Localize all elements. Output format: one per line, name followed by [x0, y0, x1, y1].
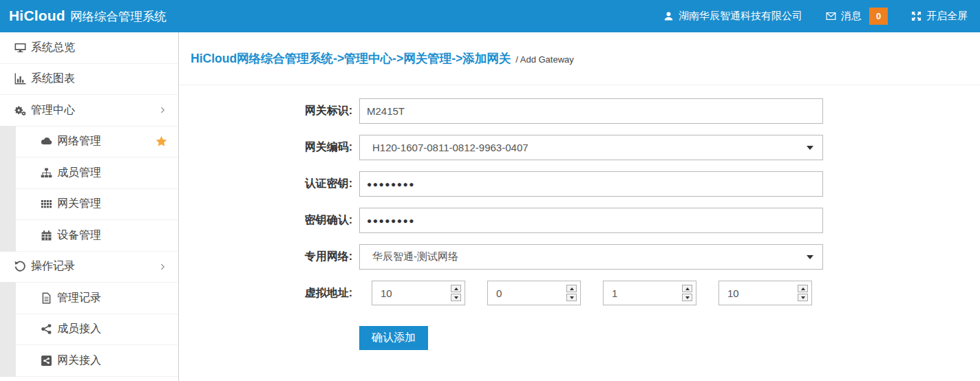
sidebar: 系统总览 系统图表 管理中心 网络管理 成员管理 网关管理 设备管理	[0, 32, 179, 381]
number-spinner	[798, 285, 808, 301]
company-name: 湖南华辰智通科技有限公司	[679, 10, 802, 23]
share-square-icon	[41, 355, 52, 367]
fullscreen-label: 开启全屏	[926, 10, 968, 23]
calendar-icon	[41, 230, 52, 241]
form-row-virtual-address: 虚拟地址: 10 0	[179, 281, 980, 305]
sidebar-item-gateway-access[interactable]: 网关接入	[0, 345, 178, 377]
number-spinner	[566, 285, 577, 301]
sidebar-item-label: 网关管理	[57, 197, 101, 211]
gateway-code-select[interactable]: H120-1607-0811-0812-9963-0407	[359, 135, 823, 160]
share-icon	[41, 323, 52, 335]
virtual-address-group: 10 0 1	[372, 281, 812, 305]
brand-subtitle: 网络综合管理系统	[70, 8, 167, 25]
messages-count-badge: 0	[869, 8, 888, 25]
chevron-right-icon	[158, 263, 167, 271]
private-network-select[interactable]: 华辰智通-测试网络	[359, 244, 823, 270]
bar-chart-icon	[14, 73, 26, 85]
sidebar-item-label: 网关接入	[57, 353, 101, 368]
fullscreen-expand-icon	[911, 11, 922, 21]
spinner-down-icon[interactable]	[566, 294, 577, 301]
octet-value: 1	[612, 287, 617, 299]
chevron-right-icon	[158, 106, 167, 114]
private-network-label: 专用网络:	[179, 250, 359, 264]
user-icon	[663, 11, 674, 21]
messages-menu[interactable]: 消息 0	[826, 8, 888, 25]
virtual-ip-octet-3[interactable]: 1	[603, 281, 696, 305]
spinner-down-icon[interactable]	[682, 294, 692, 301]
sidebar-item-label: 网络管理	[57, 134, 101, 149]
gears-icon	[14, 105, 26, 116]
fullscreen-toggle[interactable]: 开启全屏	[911, 10, 968, 23]
sidebar-item-gateway-management[interactable]: 网关管理	[0, 189, 178, 221]
octet-value: 10	[381, 287, 392, 299]
virtual-ip-octet-2[interactable]: 0	[487, 281, 581, 305]
breadcrumb-path: HiCloud网络综合管理系统->管理中心->网关管理->添加网关	[191, 50, 511, 67]
form-row-key-confirm: 密钥确认:	[179, 208, 980, 233]
add-gateway-form: 网关标识: 网关编码: H120-1607-0811-0812-9963-040…	[179, 85, 980, 350]
sidebar-item-network-management[interactable]: 网络管理	[0, 127, 178, 158]
spinner-down-icon[interactable]	[798, 294, 808, 301]
history-icon	[14, 261, 26, 272]
breadcrumb: HiCloud网络综合管理系统->管理中心->网关管理->添加网关 / Add …	[179, 32, 980, 85]
spinner-up-icon[interactable]	[451, 285, 461, 292]
grid-icon	[41, 198, 52, 210]
gateway-id-label: 网关标识:	[179, 104, 359, 118]
sidebar-item-label: 系统总览	[31, 41, 75, 55]
cloud-icon	[41, 135, 52, 147]
sidebar-item-label: 管理记录	[57, 291, 101, 305]
app-logo[interactable]: HiCloud 网络综合管理系统	[0, 8, 167, 25]
sidebar-item-label: 系统图表	[31, 72, 75, 86]
spinner-up-icon[interactable]	[566, 285, 577, 292]
header-actions: 湖南华辰智通科技有限公司 消息 0 开启全屏	[663, 8, 980, 25]
sidebar-item-device-management[interactable]: 设备管理	[0, 220, 178, 252]
sidebar-item-management-records[interactable]: 管理记录	[0, 283, 178, 314]
number-spinner	[451, 285, 461, 301]
top-navbar: HiCloud 网络综合管理系统 湖南华辰智通科技有限公司 消息 0 开启全屏	[0, 0, 980, 32]
key-confirm-label: 密钥确认:	[179, 213, 359, 228]
envelope-icon	[826, 11, 836, 21]
gateway-id-input[interactable]	[359, 98, 823, 124]
virtual-address-label: 虚拟地址:	[179, 286, 359, 301]
form-row-auth-key: 认证密钥:	[179, 171, 980, 197]
sidebar-item-member-access[interactable]: 成员接入	[0, 314, 178, 346]
spinner-down-icon[interactable]	[451, 294, 461, 301]
star-icon	[156, 135, 167, 147]
key-confirm-input[interactable]	[359, 208, 823, 233]
gateway-code-value: H120-1607-0811-0812-9963-0407	[372, 142, 529, 153]
caret-down-icon	[807, 255, 813, 259]
company-account[interactable]: 湖南华辰智通科技有限公司	[663, 10, 802, 23]
brand-name: HiCloud	[9, 8, 65, 24]
desktop-icon	[14, 42, 26, 54]
confirm-add-button[interactable]: 确认添加	[359, 326, 428, 350]
breadcrumb-suffix: / Add Gateway	[515, 52, 574, 65]
sidebar-item-label: 管理中心	[31, 103, 75, 118]
spinner-up-icon[interactable]	[682, 285, 692, 292]
octet-value: 0	[496, 287, 502, 299]
sidebar-item-label: 设备管理	[57, 228, 101, 243]
main-content: HiCloud网络综合管理系统->管理中心->网关管理->添加网关 / Add …	[179, 32, 980, 381]
sidebar-item-system-overview[interactable]: 系统总览	[0, 32, 178, 64]
virtual-ip-octet-1[interactable]: 10	[372, 281, 465, 305]
sidebar-item-label: 成员管理	[57, 166, 101, 180]
gateway-code-label: 网关编码:	[179, 140, 359, 155]
sidebar-item-label: 操作记录	[31, 259, 75, 274]
virtual-ip-octet-4[interactable]: 10	[718, 281, 812, 305]
form-row-private-network: 专用网络: 华辰智通-测试网络	[179, 244, 980, 270]
document-icon	[41, 292, 52, 304]
spinner-up-icon[interactable]	[798, 285, 808, 292]
sitemap-icon	[41, 167, 52, 179]
form-row-gateway-code: 网关编码: H120-1607-0811-0812-9963-0407	[179, 135, 980, 160]
messages-label: 消息	[841, 10, 862, 23]
auth-key-label: 认证密钥:	[179, 177, 359, 191]
sidebar-item-label: 成员接入	[57, 322, 101, 336]
caret-down-icon	[807, 146, 813, 150]
sidebar-item-management-center[interactable]: 管理中心	[0, 95, 178, 127]
sidebar-item-operation-records[interactable]: 操作记录	[0, 252, 178, 283]
number-spinner	[682, 285, 692, 301]
sidebar-item-member-management[interactable]: 成员管理	[0, 157, 178, 189]
form-row-gateway-id: 网关标识:	[179, 98, 980, 124]
octet-value: 10	[727, 287, 739, 299]
auth-key-input[interactable]	[359, 171, 823, 197]
private-network-value: 华辰智通-测试网络	[372, 250, 458, 263]
sidebar-item-system-charts[interactable]: 系统图表	[0, 64, 178, 96]
